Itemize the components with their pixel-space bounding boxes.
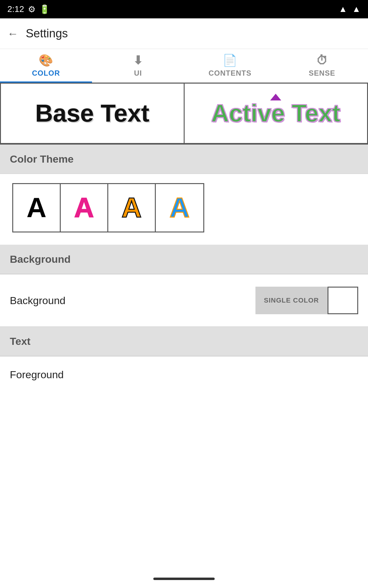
active-text-preview: Active Text [211,100,340,127]
bottom-bar [0,570,368,588]
theme-option-blue[interactable]: A [156,184,203,232]
signal-icon: ▲ [352,4,361,14]
theme-option-orange[interactable]: A [108,184,156,232]
tab-ui-label: UI [134,69,142,77]
status-bar: 2:12 ⚙ 🔋 ▲ ▲ [0,0,368,18]
sense-tab-icon: ⏱ [316,54,328,67]
background-label: Background [10,295,65,307]
theme-options: A A A A [12,183,204,232]
wifi-icon: ▲ [339,4,347,14]
color-theme-header: Color Theme [0,145,368,174]
text-header: Text [0,327,368,356]
theme-option-pink[interactable]: A [61,184,108,232]
preview-base[interactable]: Base Text [0,83,185,144]
tab-contents-label: CONTENTS [209,69,251,77]
background-color-swatch[interactable] [328,287,358,314]
color-theme-label: Color Theme [10,153,74,165]
preview-section: Base Text Active Text [0,83,368,145]
theme-letter-black: A [27,192,47,224]
contents-tab-icon: 📄 [223,54,237,67]
theme-letter-blue: A [170,192,190,224]
tab-color[interactable]: 🎨 COLOR [0,49,92,82]
color-tab-icon: 🎨 [39,54,53,67]
text-section-label: Text [10,335,30,347]
home-indicator [153,578,215,580]
theme-letter-orange: A [122,192,142,224]
foreground-label: Foreground [10,369,64,381]
ui-tab-icon: ⬇ [133,54,143,67]
tab-contents[interactable]: 📄 CONTENTS [184,49,276,82]
page-title: Settings [26,27,68,40]
base-text-preview: Base Text [35,99,149,127]
color-theme-section: A A A A [0,174,368,245]
background-row: Background SINGLE COLOR [0,274,368,327]
preview-active[interactable]: Active Text [185,83,368,144]
status-time: 2:12 [7,4,24,14]
foreground-row: Foreground [0,356,368,387]
status-left: 2:12 ⚙ 🔋 [7,4,50,14]
settings-icon: ⚙ [28,4,36,14]
background-section-label: Background [10,253,71,265]
tab-ui[interactable]: ⬇ UI [92,49,184,82]
background-controls: SINGLE COLOR [255,287,358,314]
tab-sense[interactable]: ⏱ SENSE [276,49,368,82]
tab-sense-label: SENSE [309,69,335,77]
active-text-wrapper: Active Text [211,99,340,127]
status-right: ▲ ▲ [339,4,361,14]
background-header: Background [0,245,368,274]
tab-bar: 🎨 COLOR ⬇ UI 📄 CONTENTS ⏱ SENSE [0,49,368,83]
back-button[interactable]: ← [7,27,18,40]
theme-option-black[interactable]: A [13,184,61,232]
battery-icon: 🔋 [39,4,50,14]
tab-color-label: COLOR [32,69,60,77]
app-bar: ← Settings [0,18,368,49]
theme-letter-pink: A [74,192,94,224]
single-color-button[interactable]: SINGLE COLOR [255,287,328,314]
